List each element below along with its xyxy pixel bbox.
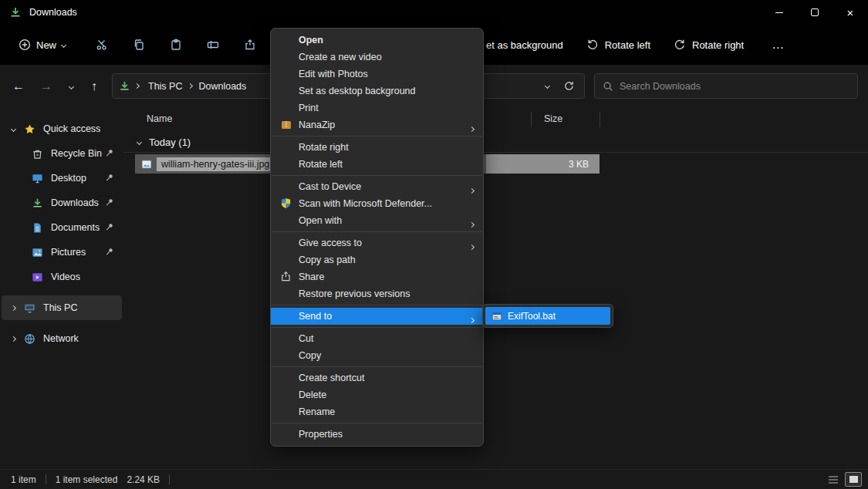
paste-button[interactable] — [157, 32, 194, 57]
menu-item-label: Edit with Photos — [299, 69, 368, 79]
this-pc-icon — [22, 302, 37, 314]
sidebar-item-pictures[interactable]: Pictures — [2, 240, 122, 265]
details-view-button[interactable] — [825, 472, 842, 487]
up-button[interactable]: ↑ — [82, 74, 106, 99]
sidebar-item-label: Network — [43, 333, 79, 344]
copy-icon — [133, 39, 145, 51]
menu-item-label: Set as desktop background — [299, 86, 416, 96]
menu-separator — [272, 175, 482, 176]
menu-item-cut[interactable]: Cut — [271, 330, 483, 347]
sidebar-item-recycle-bin[interactable]: Recycle Bin — [2, 141, 122, 166]
column-divider[interactable] — [531, 112, 532, 127]
recent-locations-button[interactable] — [62, 74, 80, 99]
menu-item-send-to[interactable]: Send to — [271, 308, 483, 325]
sidebar-item-quick-access[interactable]: Quick access — [2, 116, 122, 141]
menu-item-open[interactable]: Open — [271, 32, 483, 49]
pin-icon — [105, 247, 114, 256]
maximize-button[interactable] — [797, 0, 833, 25]
rename-button[interactable] — [194, 32, 231, 57]
menu-separator — [272, 366, 482, 367]
menu-item-print[interactable]: Print — [271, 99, 483, 116]
copy-button[interactable] — [120, 32, 157, 57]
downloads-location-icon — [119, 80, 130, 92]
menu-item-restore-previous-versions[interactable]: Restore previous versions — [271, 285, 483, 302]
refresh-button[interactable] — [563, 80, 575, 92]
menu-item-create-a-new-video[interactable]: Create a new video — [271, 49, 483, 66]
column-divider[interactable] — [599, 112, 600, 127]
status-divider — [46, 474, 46, 484]
menu-item-label: Copy — [299, 350, 321, 361]
rotate-right-button[interactable]: Rotate right — [674, 39, 744, 51]
menu-item-nanazip[interactable]: NanaZip — [271, 116, 483, 133]
defender-shield-icon — [280, 197, 292, 210]
chevron-down-icon — [61, 42, 66, 47]
nanazip-icon — [280, 119, 292, 131]
menu-item-label: NanaZip — [299, 120, 335, 130]
item-count: 1 item — [11, 474, 36, 485]
menu-item-rotate-right[interactable]: Rotate right — [271, 139, 483, 156]
menu-item-edit-with-photos[interactable]: Edit with Photos — [271, 66, 483, 83]
breadcrumb-this-pc[interactable]: This PC — [144, 81, 187, 92]
rotate-right-label: Rotate right — [692, 39, 744, 51]
menu-item-cast-to-device[interactable]: Cast to Device — [271, 178, 483, 195]
breadcrumb-chevron-icon — [187, 83, 193, 89]
menu-item-rotate-left[interactable]: Rotate left — [271, 156, 483, 173]
search-input[interactable] — [620, 81, 849, 92]
back-button[interactable]: ← — [6, 74, 31, 99]
menu-item-create-shortcut[interactable]: Create shortcut — [271, 369, 483, 386]
large-icons-view-button[interactable] — [845, 472, 862, 487]
new-button[interactable]: New — [11, 32, 73, 57]
breadcrumb-downloads[interactable]: Downloads — [194, 81, 251, 92]
menu-item-open-with[interactable]: Open with — [271, 212, 483, 229]
sidebar-item-documents[interactable]: Documents — [2, 215, 122, 240]
menu-item-scan-with-defender[interactable]: Scan with Microsoft Defender... — [271, 195, 483, 212]
forward-button[interactable]: → — [34, 74, 59, 99]
star-icon — [22, 123, 37, 135]
submenu-item-exiftool[interactable]: ExifTool.bat — [485, 307, 610, 325]
menu-item-rename[interactable]: Rename — [271, 403, 483, 420]
recycle-bin-icon — [29, 148, 45, 160]
toolbar-right-group: et as background Rotate left Rotate righ… — [486, 32, 790, 57]
menu-item-label: Open with — [299, 215, 342, 226]
menu-item-copy-as-path[interactable]: Copy as path — [271, 251, 483, 268]
column-name[interactable]: Name — [147, 113, 172, 124]
sidebar-item-label: Videos — [51, 271, 80, 282]
see-more-button[interactable]: … — [767, 38, 790, 52]
sidebar-item-videos[interactable]: Videos — [2, 265, 122, 289]
submenu-arrow-icon — [470, 314, 474, 325]
sidebar-item-label: This PC — [43, 302, 77, 313]
menu-item-share[interactable]: Share — [271, 268, 483, 285]
sidebar-item-downloads[interactable]: Downloads — [2, 191, 122, 215]
minimize-button[interactable] — [762, 0, 797, 25]
column-size[interactable]: Size — [544, 113, 562, 124]
group-header-today[interactable]: Today (1) — [123, 133, 868, 153]
chevron-down-icon[interactable] — [5, 127, 22, 131]
menu-separator — [272, 136, 482, 137]
sidebar-item-network[interactable]: Network — [2, 326, 122, 351]
exiftool-app-icon — [491, 311, 502, 322]
sidebar-item-this-pc[interactable]: This PC — [2, 295, 122, 320]
menu-item-label: Cut — [299, 333, 313, 344]
menu-item-delete[interactable]: Delete — [271, 386, 483, 403]
chevron-right-icon[interactable] — [5, 306, 22, 310]
chevron-down-icon — [68, 83, 73, 89]
sidebar-item-label: Desktop — [51, 173, 86, 184]
close-button[interactable]: × — [833, 0, 868, 25]
clipboard-icon — [170, 39, 182, 51]
menu-item-properties[interactable]: Properties — [271, 426, 483, 443]
cut-button[interactable] — [83, 32, 120, 57]
menu-item-copy[interactable]: Copy — [271, 347, 483, 364]
address-dropdown-icon[interactable] — [545, 83, 550, 89]
set-as-background-button[interactable]: et as background — [486, 39, 563, 51]
menu-item-give-access-to[interactable]: Give access to — [271, 234, 483, 251]
sidebar-item-desktop[interactable]: Desktop — [2, 166, 122, 191]
share-button[interactable] — [231, 32, 269, 57]
search-box[interactable] — [594, 73, 858, 99]
sidebar-item-label: Documents — [51, 222, 100, 233]
menu-item-set-as-desktop-background[interactable]: Set as desktop background — [271, 83, 483, 99]
menu-item-label: Create shortcut — [299, 373, 364, 383]
rotate-left-button[interactable]: Rotate left — [586, 39, 650, 51]
window-controls: × — [762, 0, 868, 25]
submenu-arrow-icon — [470, 241, 474, 251]
chevron-right-icon[interactable] — [5, 337, 22, 341]
